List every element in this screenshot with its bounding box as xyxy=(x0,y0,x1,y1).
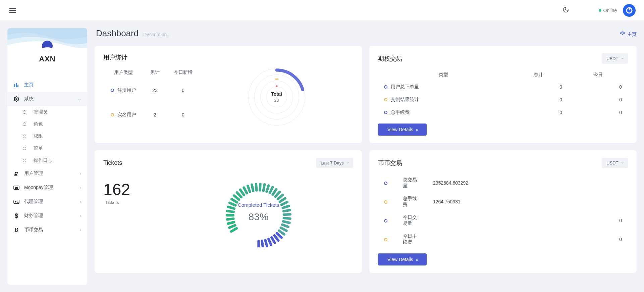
breadcrumb-label: 主页 xyxy=(627,32,637,38)
sidebar-item-users[interactable]: 用户管理 ‹ xyxy=(7,166,87,181)
sidebar-subitem-label: 管理员 xyxy=(34,109,48,115)
table-row: 总手续费 1264.750931 xyxy=(378,192,628,211)
card-title: 用户统计 xyxy=(103,53,127,61)
bullet-icon xyxy=(23,135,26,138)
user-avatar[interactable] xyxy=(623,4,636,17)
page-subtitle: Description... xyxy=(143,32,171,37)
menu-toggle-button[interactable] xyxy=(7,4,19,17)
row-name: 总手续费 xyxy=(403,196,417,207)
sidebar-item-finance[interactable]: $ 财务管理 ‹ xyxy=(7,209,87,223)
hamburger-icon xyxy=(9,8,16,13)
chevron-down-icon: ⌄ xyxy=(78,97,81,101)
sidebar-item-system[interactable]: 系统 ⌄ xyxy=(7,92,87,106)
row-name: 用户总下单量 xyxy=(391,84,419,89)
table-row: 实名用户 2 0 xyxy=(104,103,199,127)
svg-rect-3 xyxy=(16,83,17,87)
row-total: 0 xyxy=(508,81,568,93)
currency-select[interactable]: USDT xyxy=(602,53,628,64)
ring-icon xyxy=(384,85,387,89)
table-row: 总手续费 0 0 xyxy=(378,106,628,119)
moon-icon xyxy=(562,6,569,13)
row-today: 0 xyxy=(568,106,628,119)
dark-mode-toggle[interactable] xyxy=(560,4,572,17)
main-content: Dashboard Description... 主页 用户统计 用户类型 累计 xyxy=(91,21,644,292)
row-today: 0 xyxy=(568,81,628,93)
sidebar-subitem-role[interactable]: 角色 xyxy=(12,118,87,130)
ring-icon xyxy=(384,219,387,223)
ring-icon xyxy=(111,113,114,116)
sidebar-item-coin[interactable]: B 币币交易 ‹ xyxy=(7,223,87,237)
sidebar-item-agent[interactable]: 代理管理 ‹ xyxy=(7,195,87,209)
row-name: 实名用户 xyxy=(117,112,136,117)
card-coin-trade: 币币交易 USDT 总交易量 235268 xyxy=(369,150,637,273)
row-today: 0 xyxy=(167,103,199,127)
cc-icon: CC xyxy=(13,185,19,191)
brand-logo: AXN xyxy=(7,28,87,76)
users-icon xyxy=(13,171,19,177)
breadcrumb-home[interactable]: 主页 xyxy=(620,32,637,38)
tickets-count-label: Tickets xyxy=(103,200,164,205)
row-total: 0 xyxy=(508,106,568,119)
row-value: 0 xyxy=(427,230,628,249)
col-header: 总计 xyxy=(508,69,568,81)
sidebar-subitem-label: 角色 xyxy=(34,121,43,127)
row-value: 1264.750931 xyxy=(427,192,628,211)
sidebar-item-label: Moonpay管理 xyxy=(24,185,80,191)
card-tickets: Tickets Last 7 Days 162 Tickets xyxy=(95,150,362,273)
gauge-label: Completed Tickets xyxy=(238,202,279,208)
ring-icon xyxy=(384,182,387,185)
row-name: 注册用户 xyxy=(117,87,136,93)
svg-text:CC: CC xyxy=(15,187,18,189)
svg-point-11 xyxy=(15,201,16,202)
col-header: 用户类型 xyxy=(104,67,143,78)
currency-select[interactable]: USDT xyxy=(602,158,628,168)
view-details-button[interactable]: View Details » xyxy=(378,124,427,136)
bold-icon: B xyxy=(13,227,19,233)
user-stats-table: 用户类型 累计 今日新增 注册用户 23 0 实名用户 xyxy=(103,67,200,127)
card-title: 币币交易 xyxy=(378,159,402,167)
gear-icon xyxy=(13,96,19,102)
sidebar: AXN 主页 系统 ⌄ 管理员 角色 xyxy=(0,21,91,292)
svg-rect-4 xyxy=(17,85,18,87)
svg-point-5 xyxy=(16,98,17,100)
bullet-icon xyxy=(23,147,26,150)
svg-point-6 xyxy=(15,172,16,174)
svg-rect-2 xyxy=(14,84,15,87)
chevron-left-icon: ‹ xyxy=(80,213,81,218)
card-title: 期权交易 xyxy=(378,55,402,63)
sidebar-subitem-label: 菜单 xyxy=(34,145,43,151)
bullet-icon xyxy=(23,159,26,162)
view-details-button[interactable]: View Details » xyxy=(378,253,427,265)
row-name: 总手续费 xyxy=(391,109,410,115)
tickets-count: 162 xyxy=(103,180,164,199)
chevron-left-icon: ‹ xyxy=(80,199,81,204)
chevron-left-icon: ‹ xyxy=(80,228,81,232)
target-chart: Total 23 xyxy=(200,67,353,127)
id-icon xyxy=(13,199,19,205)
ring-icon xyxy=(111,89,114,92)
card-options-trade: 期权交易 USDT 类型 总计 今日 xyxy=(369,46,637,143)
bullet-icon xyxy=(23,110,26,114)
sidebar-item-moonpay[interactable]: CC Moonpay管理 ‹ xyxy=(7,181,87,195)
chevron-left-icon: ‹ xyxy=(80,185,81,190)
brand-name: AXN xyxy=(39,55,55,63)
row-value: 2352684.603292 xyxy=(427,174,628,192)
sidebar-item-home[interactable]: 主页 xyxy=(7,78,87,92)
ring-icon xyxy=(384,111,387,114)
table-row: 今日手续费 0 xyxy=(378,230,628,249)
sidebar-subitem-menu[interactable]: 菜单 xyxy=(12,142,87,154)
range-select[interactable]: Last 7 Days xyxy=(316,158,353,168)
sidebar-subitem-admin[interactable]: 管理员 xyxy=(12,106,87,118)
row-name: 总交易量 xyxy=(403,177,417,188)
table-row: 用户总下单量 0 0 xyxy=(378,81,628,93)
col-header: 类型 xyxy=(378,69,508,81)
col-header: 今日新增 xyxy=(167,67,199,78)
power-icon xyxy=(625,6,633,14)
sidebar-item-label: 财务管理 xyxy=(24,213,80,219)
sidebar-subitem-permission[interactable]: 权限 xyxy=(12,130,87,142)
sidebar-item-label: 代理管理 xyxy=(24,199,80,205)
chevron-left-icon: ‹ xyxy=(80,171,81,176)
sidebar-item-label: 系统 xyxy=(24,96,78,102)
row-total: 2 xyxy=(144,103,166,127)
sidebar-subitem-log[interactable]: 操作日志 xyxy=(12,154,87,166)
